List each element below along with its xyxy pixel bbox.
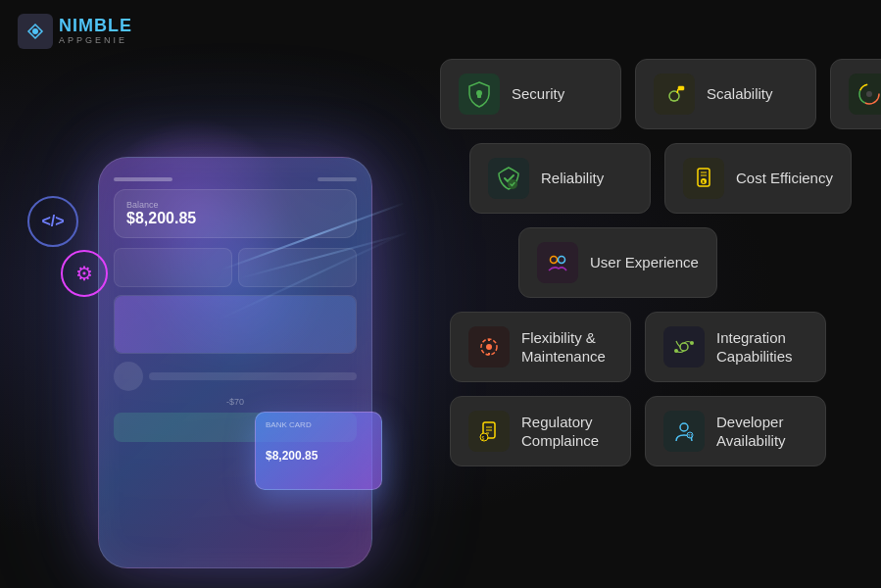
reliability-label: Reliability [541,169,604,188]
svg-point-1 [32,28,38,34]
svg-text:$: $ [482,435,485,441]
svg-rect-3 [477,93,481,98]
performance-icon [849,74,881,115]
feature-card-flexibility[interactable]: Flexibility &Maintenance [450,312,631,382]
feature-card-integration[interactable]: IntegrationCapabilities [645,312,826,382]
svg-text:01: 01 [688,433,694,439]
card-row-5: $ RegulatoryComplaince 01 DeveloperAvail… [450,396,861,466]
svg-point-23 [680,343,688,351]
card-row-4: Flexibility &Maintenance IntegrationCapa… [450,312,861,382]
logo-text: NIMBLE APPGENIE [59,17,132,46]
logo-name: NIMBLE [59,17,132,36]
flexibility-icon [468,326,510,368]
svg-point-25 [674,349,678,353]
svg-rect-4 [678,86,684,90]
card-row-2: Reliability $ Cost Efficiency [469,143,861,214]
logo: NIMBLE APPGENIE [18,14,132,49]
integration-icon [663,326,705,368]
phone-area: Balance $8,200.85 -$70 BANK CARD $8,200.… [20,59,412,568]
reliability-icon [488,158,529,199]
feature-card-cost-efficiency[interactable]: $ Cost Efficiency [664,143,852,214]
code-icon: </> [27,196,78,247]
security-label: Security [512,84,564,104]
feature-cards-grid: Security Scalability [420,49,881,490]
feature-card-regulatory[interactable]: $ RegulatoryComplaince [450,396,631,466]
user-experience-icon [537,242,578,283]
card-row-3: User Experience [518,227,861,298]
regulatory-label: RegulatoryComplaince [521,413,599,451]
svg-point-24 [690,341,694,345]
cost-efficiency-label: Cost Efficiency [736,169,833,188]
developer-icon: 01 [663,411,705,452]
logo-sub: APPGENIE [59,36,132,46]
feature-card-performance[interactable]: Performance [830,59,881,129]
svg-line-6 [677,89,678,93]
card-row-1: Security Scalability [440,59,861,129]
feature-card-security[interactable]: Security [440,59,621,129]
feature-card-developer[interactable]: 01 DeveloperAvailability [645,396,826,466]
credit-card: BANK CARD $8,200.85 [255,412,382,490]
developer-label: DeveloperAvailability [716,413,786,451]
svg-point-32 [680,423,688,431]
svg-point-17 [551,257,558,264]
flexibility-label: Flexibility &Maintenance [521,328,606,367]
svg-point-10 [866,91,872,97]
feature-card-user-experience[interactable]: User Experience [518,227,717,298]
scalability-icon [654,74,695,115]
cost-efficiency-icon: $ [683,158,724,199]
user-experience-label: User Experience [590,253,699,272]
scalability-label: Scalability [707,84,773,104]
integration-label: IntegrationCapabilities [716,328,793,367]
feature-card-scalability[interactable]: Scalability [635,59,816,129]
regulatory-icon: $ [468,411,510,452]
svg-point-18 [559,257,565,264]
logo-icon [18,14,53,49]
svg-point-20 [486,344,492,350]
gear-icon: ⚙ [61,250,108,297]
security-icon [459,74,500,115]
feature-card-reliability[interactable]: Reliability [469,143,651,214]
phone-mockup: Balance $8,200.85 -$70 [98,157,372,568]
